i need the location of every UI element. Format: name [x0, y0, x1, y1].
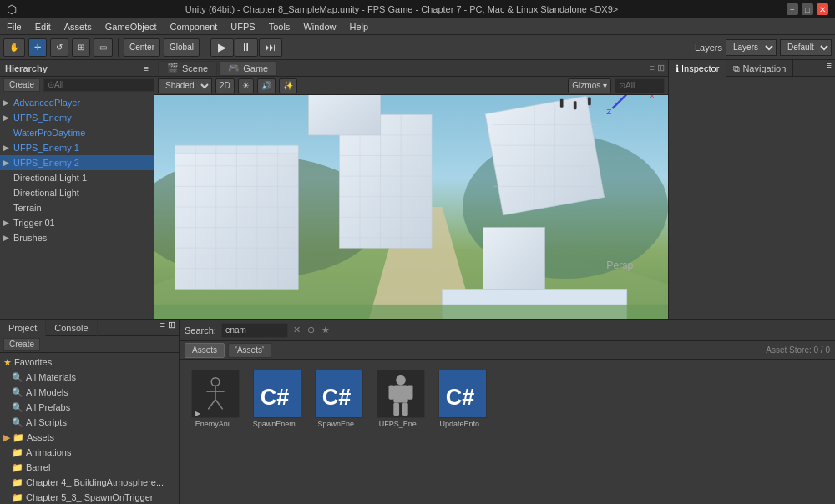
favorites-label: Favorites: [14, 357, 52, 367]
barrel-folder[interactable]: 📁 Barrel: [0, 460, 179, 475]
shaded-select[interactable]: Shaded: [158, 78, 212, 93]
hier-item-waterproday[interactable]: WaterProDaytime: [0, 125, 154, 140]
menu-gameobject[interactable]: GameObject: [99, 18, 164, 35]
2d-button[interactable]: 2D: [215, 78, 235, 93]
all-scripts-item[interactable]: 🔍 All Scripts: [0, 415, 179, 430]
hierarchy-panel: Hierarchy ≡ Create ▶ AdvancedPlayer ▶ UF…: [0, 60, 154, 319]
asset-item-spawnene[interactable]: C# SpawnEne...: [310, 366, 368, 431]
center-button[interactable]: Center: [124, 38, 160, 57]
project-create-bar: Create: [0, 336, 179, 353]
folder-icon: 📁: [12, 462, 23, 473]
hierarchy-menu-icon[interactable]: ≡: [144, 63, 149, 73]
hierarchy-search-input[interactable]: [43, 78, 158, 92]
toolbar: ✋ ✛ ↺ ⊞ ▭ Center Global ▶ ⏸ ⏭ Layers Lay…: [0, 35, 835, 60]
hier-item-dirlight1[interactable]: Directional Light 1: [0, 170, 154, 185]
hier-item-trigger01[interactable]: ▶ Trigger 01: [0, 215, 154, 230]
star-icon: ★: [3, 357, 12, 368]
scale-tool-button[interactable]: ⊞: [72, 38, 90, 57]
hier-item-ufps-enemy2[interactable]: ▶ UFPS_Enemy 2: [0, 155, 154, 170]
hier-item-advancedplayer[interactable]: ▶ AdvancedPlayer: [0, 95, 154, 110]
layers-select[interactable]: Layers: [726, 39, 777, 56]
project-menu-icon[interactable]: ≡ ⊞: [157, 320, 179, 335]
console-tab[interactable]: Console: [46, 320, 97, 336]
hierarchy-header: Hierarchy ≡: [0, 60, 154, 77]
svg-rect-63: [393, 385, 407, 402]
animations-folder[interactable]: 📁 Animations: [0, 445, 179, 460]
svg-text:C#: C#: [446, 385, 475, 410]
move-tool-button[interactable]: ✛: [28, 38, 47, 57]
scene-tab-icon: 🎬: [167, 63, 179, 73]
project-tab[interactable]: Project: [0, 320, 46, 336]
hier-item-label: Brushes: [13, 233, 47, 243]
rect-tool-button[interactable]: ▭: [94, 38, 113, 57]
assets-filter-tab[interactable]: Assets: [185, 343, 225, 358]
project-create-button[interactable]: Create: [3, 338, 40, 351]
play-button[interactable]: ▶: [210, 38, 234, 57]
hier-item-brushes[interactable]: ▶ Brushes: [0, 230, 154, 245]
hier-item-terrain[interactable]: Terrain: [0, 200, 154, 215]
asset-item-enemyani[interactable]: ▶ EnemyAni...: [186, 366, 245, 431]
chapter4-folder[interactable]: 📁 Chapter 4_ BuildingAtmosphere...: [0, 475, 179, 490]
hier-item-ufps-enemy[interactable]: ▶ UFPS_Enemy: [0, 110, 154, 125]
scene-background: X Y Z Persp: [154, 95, 668, 319]
menu-edit[interactable]: Edit: [28, 18, 58, 35]
scene-search-input[interactable]: [615, 78, 665, 93]
layers-label: Layers: [695, 43, 722, 53]
hierarchy-create-button[interactable]: Create: [3, 78, 40, 92]
scene-viewport[interactable]: X Y Z Persp: [154, 95, 668, 319]
all-prefabs-item[interactable]: 🔍 All Prefabs: [0, 400, 179, 415]
menu-ufps[interactable]: UFPS: [224, 18, 261, 35]
hand-tool-button[interactable]: ✋: [3, 38, 25, 57]
svg-rect-37: [483, 228, 545, 290]
minimize-button[interactable]: −: [787, 3, 798, 15]
asset-store-count: Asset Store: 0 / 0: [766, 345, 830, 355]
gizmos-button[interactable]: Gizmos ▾: [568, 78, 611, 93]
asset-item-updateenfo[interactable]: C# UpdateEnfo...: [433, 366, 492, 431]
project-tree: ★ Favorites 🔍 All Materials 🔍 All Models…: [0, 353, 179, 504]
favorites-folder[interactable]: ★ Favorites: [0, 355, 179, 370]
asset-item-ufpsene[interactable]: UFPS_Ene...: [372, 366, 430, 431]
search-clear-icon[interactable]: ✕: [293, 325, 301, 335]
menu-tools[interactable]: Tools: [262, 18, 297, 35]
project-tabs: Project Console ≡ ⊞: [0, 320, 179, 336]
folder-label: Chapter 5_3_ SpawnOnTrigger: [26, 492, 153, 502]
all-models-item[interactable]: 🔍 All Models: [0, 385, 179, 400]
step-button[interactable]: ⏭: [259, 38, 282, 57]
menu-file[interactable]: File: [0, 18, 28, 35]
pause-button[interactable]: ⏸: [235, 38, 258, 57]
menu-component[interactable]: Component: [163, 18, 224, 35]
search-options-icon[interactable]: ⊙: [307, 325, 315, 335]
chapter5-folder[interactable]: 📁 Chapter 5_3_ SpawnOnTrigger: [0, 490, 179, 504]
assets-quotes-filter-tab[interactable]: 'Assets': [228, 343, 271, 358]
default-select[interactable]: Default: [780, 39, 832, 56]
inspector-menu-icon[interactable]: ≡: [823, 60, 835, 76]
menu-assets[interactable]: Assets: [58, 18, 99, 35]
svg-rect-65: [407, 385, 413, 399]
game-tab-label: Game: [243, 63, 268, 73]
hier-item-dirlight[interactable]: Directional Light: [0, 185, 154, 200]
all-materials-item[interactable]: 🔍 All Materials: [0, 370, 179, 385]
asset-search-input[interactable]: [221, 323, 288, 338]
scene-tab[interactable]: 🎬 Scene: [158, 61, 217, 76]
all-models-label: All Models: [26, 387, 68, 397]
close-button[interactable]: ✕: [817, 3, 828, 15]
effects-button[interactable]: ✨: [279, 78, 297, 93]
svg-rect-64: [389, 385, 395, 399]
cs-icon: C#: [316, 370, 362, 418]
rotate-tool-button[interactable]: ↺: [50, 38, 68, 57]
game-tab[interactable]: 🎮 Game: [219, 61, 277, 76]
menu-window[interactable]: Window: [296, 18, 342, 35]
audio-button[interactable]: 🔊: [257, 78, 276, 93]
menu-help[interactable]: Help: [343, 18, 376, 35]
folder-label: Animations: [26, 447, 71, 457]
assets-folder[interactable]: ▶ 📁 Assets: [0, 430, 179, 445]
inspector-tab[interactable]: ℹ Inspector: [669, 60, 726, 77]
search-save-icon[interactable]: ★: [321, 325, 330, 335]
lighting-button[interactable]: ☀: [238, 78, 254, 93]
asset-item-spawnenom[interactable]: C# SpawnEnem...: [248, 366, 306, 431]
maximize-button[interactable]: □: [802, 3, 813, 15]
navigation-tab[interactable]: ⧉ Navigation: [726, 60, 793, 77]
hier-item-label: UFPS_Enemy 1: [13, 143, 79, 153]
hier-item-ufps-enemy1[interactable]: ▶ UFPS_Enemy 1: [0, 140, 154, 155]
global-button[interactable]: Global: [164, 38, 200, 57]
